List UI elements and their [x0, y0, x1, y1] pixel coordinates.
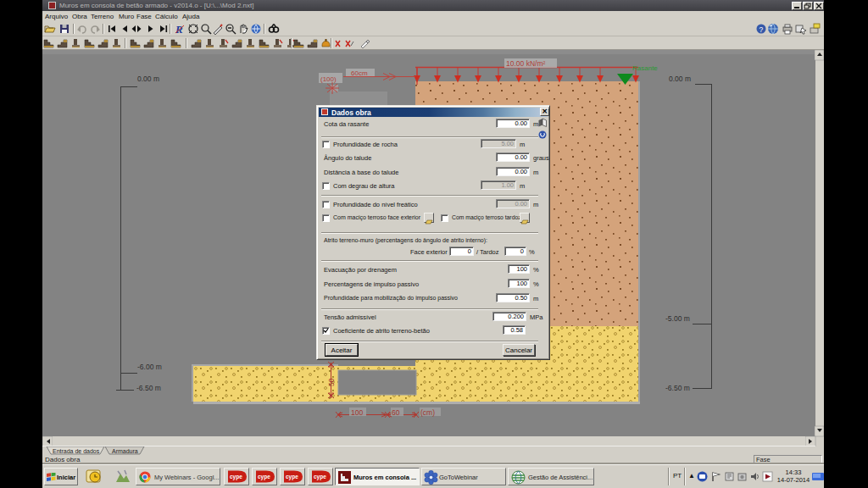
svg-text:-6.00 m: -6.00 m	[137, 363, 162, 371]
svg-text:Entrada de dados: Entrada de dados	[53, 448, 100, 454]
svg-text:cype: cype	[258, 474, 270, 480]
svg-text:100: 100	[351, 408, 363, 417]
svg-text:0.00 m: 0.00 m	[137, 75, 159, 83]
svg-text:60: 60	[392, 408, 400, 417]
svg-text:-6.50 m: -6.50 m	[136, 384, 161, 392]
svg-text:60cm: 60cm	[351, 69, 368, 77]
svg-text:Armadura: Armadura	[112, 448, 138, 454]
svg-text:(cm): (cm)	[420, 408, 435, 417]
svg-text:Rasante: Rasante	[632, 64, 658, 72]
svg-text:?: ?	[760, 25, 764, 34]
svg-text:-6.50 m: -6.50 m	[665, 384, 690, 392]
svg-text:(100): (100)	[320, 75, 337, 83]
svg-text:cype: cype	[286, 474, 298, 480]
svg-text:0.00 m: 0.00 m	[669, 75, 691, 83]
svg-text:cype: cype	[314, 474, 326, 480]
svg-text:cype: cype	[230, 474, 242, 480]
svg-text:-5.00 m: -5.00 m	[665, 314, 690, 323]
svg-text:50: 50	[327, 378, 336, 386]
svg-text:10.00 kN/m²: 10.00 kN/m²	[506, 59, 545, 68]
